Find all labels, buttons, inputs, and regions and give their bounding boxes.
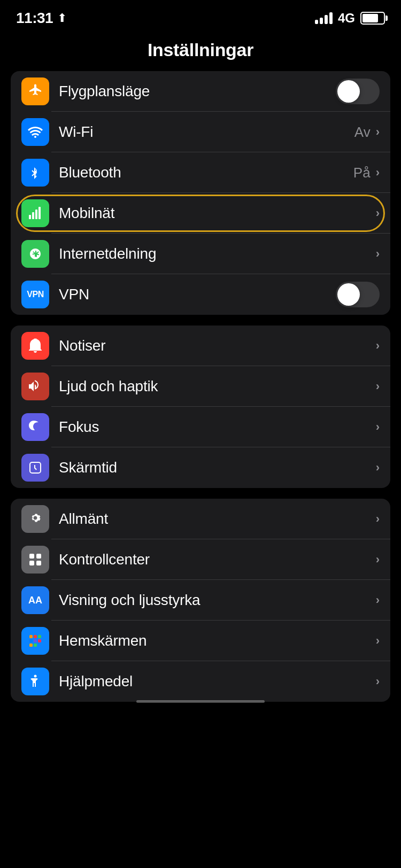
signal-bars	[315, 12, 333, 24]
network-type: 4G	[338, 11, 355, 26]
label-internetdelning: Internetdelning	[59, 245, 376, 262]
svg-rect-7	[29, 561, 34, 565]
signal-bar-1	[315, 20, 318, 24]
row-vpn[interactable]: VPN VPN	[11, 274, 390, 315]
chevron-mobilnät: ›	[376, 206, 380, 220]
svg-rect-0	[29, 215, 31, 219]
svg-rect-15	[29, 644, 33, 647]
icon-hemskärmen	[21, 627, 49, 655]
label-skärmtid: Skärmtid	[59, 459, 376, 476]
icon-bluetooth	[21, 159, 49, 187]
airplane-icon	[27, 83, 43, 99]
battery-body	[360, 12, 385, 25]
svg-rect-11	[38, 635, 41, 638]
signal-bar-2	[320, 18, 323, 24]
aa-text-icon: AA	[28, 595, 42, 606]
status-time: 11:31	[16, 10, 53, 27]
svg-rect-6	[36, 554, 41, 559]
toggle-knob-vpn	[337, 283, 360, 306]
label-vpn: VPN	[59, 286, 336, 303]
toggle-flygplansläge[interactable]	[336, 79, 380, 104]
toggle-vpn[interactable]	[336, 282, 380, 307]
row-skärmtid[interactable]: Skärmtid ›	[11, 447, 390, 488]
svg-rect-12	[29, 639, 33, 642]
settings-group-system: Allmänt › Kontrollcenter › AA Visning oc…	[11, 499, 390, 702]
wifi-icon	[27, 124, 43, 140]
svg-rect-17	[38, 644, 41, 647]
battery-fill	[363, 14, 378, 22]
row-hemskärmen[interactable]: Hemskärmen ›	[11, 621, 390, 661]
row-hjälpmedel[interactable]: Hjälpmedel ›	[11, 661, 390, 702]
chevron-fokus: ›	[376, 420, 380, 434]
chevron-allmänt: ›	[376, 512, 380, 526]
svg-rect-9	[29, 635, 33, 638]
row-notiser[interactable]: Notiser ›	[11, 326, 390, 366]
value-bluetooth: På	[353, 165, 371, 181]
value-wifi: Av	[354, 124, 371, 141]
svg-rect-13	[34, 639, 37, 642]
row-flygplansläge[interactable]: Flygplansläge	[11, 71, 390, 112]
label-visning: Visning och ljusstyrka	[59, 592, 376, 609]
icon-notiser	[21, 332, 49, 360]
label-allmänt: Allmänt	[59, 510, 376, 528]
label-wifi: Wi-Fi	[59, 123, 354, 141]
label-fokus: Fokus	[59, 418, 376, 436]
chevron-visning: ›	[376, 593, 380, 607]
label-flygplansläge: Flygplansläge	[59, 83, 336, 100]
svg-rect-2	[35, 210, 37, 219]
settings-group-notifications: Notiser › Ljud och haptik › Fokus › Sk	[11, 326, 390, 488]
row-allmänt[interactable]: Allmänt ›	[11, 499, 390, 539]
icon-vpn: VPN	[21, 281, 49, 308]
battery-indicator	[360, 12, 385, 25]
icon-skärmtid	[21, 454, 49, 482]
bluetooth-icon	[27, 165, 43, 181]
svg-rect-16	[34, 644, 37, 647]
homescreen-icon	[27, 633, 43, 649]
signal-bar-4	[329, 12, 333, 24]
icon-wifi	[21, 118, 49, 146]
row-mobilnät[interactable]: Mobilnät ›	[11, 193, 390, 234]
controls-icon	[27, 552, 43, 568]
row-internetdelning[interactable]: Internetdelning ›	[11, 234, 390, 274]
chevron-notiser: ›	[376, 339, 380, 353]
moon-icon	[27, 419, 43, 435]
gear-icon	[27, 511, 43, 527]
chevron-hemskärmen: ›	[376, 634, 380, 648]
label-kontrollcenter: Kontrollcenter	[59, 551, 376, 568]
icon-visning: AA	[21, 586, 49, 614]
label-mobilnät: Mobilnät	[59, 205, 376, 222]
cellular-icon	[27, 205, 43, 221]
row-kontrollcenter[interactable]: Kontrollcenter ›	[11, 539, 390, 580]
bell-icon	[27, 338, 43, 354]
row-fokus[interactable]: Fokus ›	[11, 407, 390, 447]
row-wifi[interactable]: Wi-Fi Av ›	[11, 112, 390, 152]
row-bluetooth[interactable]: Bluetooth På ›	[11, 152, 390, 193]
screentime-icon	[27, 460, 43, 476]
toggle-knob-flygplansläge	[337, 80, 360, 103]
status-bar: 11:31 ⬆ 4G	[0, 0, 401, 32]
svg-rect-3	[38, 207, 41, 219]
icon-ljud	[21, 373, 49, 400]
svg-point-18	[34, 675, 37, 678]
chevron-hjälpmedel: ›	[376, 675, 380, 688]
svg-rect-5	[29, 554, 34, 559]
svg-rect-1	[32, 212, 34, 219]
settings-group-connectivity: Flygplansläge Wi-Fi Av › Bluetooth På ›	[11, 71, 390, 315]
icon-allmänt	[21, 505, 49, 533]
row-ljud[interactable]: Ljud och haptik ›	[11, 366, 390, 407]
page-title: Inställningar	[0, 32, 401, 71]
status-right: 4G	[315, 11, 385, 26]
row-visning[interactable]: AA Visning och ljusstyrka ›	[11, 580, 390, 621]
chevron-kontrollcenter: ›	[376, 553, 380, 567]
label-ljud: Ljud och haptik	[59, 378, 376, 395]
chevron-ljud: ›	[376, 379, 380, 393]
icon-flygplansläge	[21, 78, 49, 105]
svg-rect-10	[34, 635, 37, 638]
vpn-text-icon: VPN	[27, 290, 43, 299]
icon-hjälpmedel	[21, 668, 49, 695]
icon-mobilnät	[21, 199, 49, 227]
icon-fokus	[21, 413, 49, 441]
home-indicator	[136, 700, 265, 703]
label-bluetooth: Bluetooth	[59, 164, 353, 181]
icon-internetdelning	[21, 240, 49, 268]
